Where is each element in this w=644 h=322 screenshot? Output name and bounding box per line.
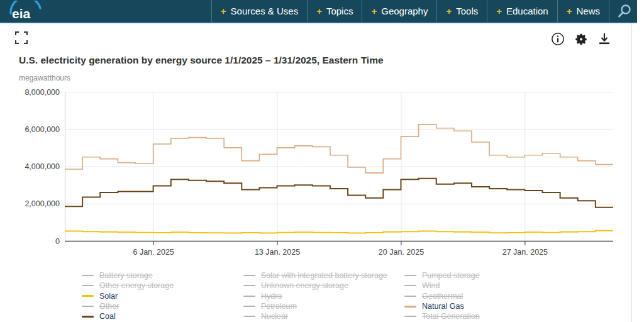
legend-item-hydro[interactable]: Hydro	[243, 291, 387, 301]
legend-item-petroleum[interactable]: Petroleum	[243, 301, 387, 311]
legend-swatch	[243, 285, 255, 286]
plus-icon: +	[316, 6, 322, 16]
legend-label: Battery storage	[99, 271, 153, 280]
nav-item-label: News	[576, 6, 600, 16]
series-solar[interactable]	[65, 231, 613, 233]
search-button[interactable]	[609, 0, 637, 22]
legend-item-total-generation[interactable]: Total Generation	[404, 311, 480, 321]
legend-item-coal[interactable]: Coal	[82, 311, 174, 321]
x-tick-label: 20 Jan. 2025	[379, 248, 424, 257]
info-icon	[551, 32, 565, 46]
legend-swatch	[243, 296, 255, 297]
legend-swatch	[404, 296, 416, 297]
legend-swatch	[404, 275, 416, 276]
legend-label: Coal	[99, 312, 116, 321]
nav-item-label: Topics	[326, 6, 353, 16]
legend-swatch	[82, 275, 94, 276]
legend-swatch	[243, 306, 255, 307]
legend-item-nuclear[interactable]: Nuclear	[243, 311, 387, 321]
x-tick-label: 27 Jan. 2025	[502, 248, 548, 257]
settings-button[interactable]	[574, 32, 588, 46]
nav-item-news[interactable]: +News	[557, 0, 609, 22]
legend-item-other-energy-storage[interactable]: Other energy storage	[82, 280, 174, 291]
plus-icon: +	[446, 6, 452, 16]
series-natural-gas[interactable]	[65, 125, 613, 173]
legend-label: Nuclear	[261, 312, 288, 321]
info-button[interactable]	[551, 32, 565, 46]
content-right-divider	[631, 23, 632, 322]
legend-swatch	[82, 306, 94, 307]
legend-label: Other energy storage	[99, 281, 174, 290]
legend-item-geothermal[interactable]: Geothermal	[404, 291, 480, 301]
legend-swatch	[82, 285, 94, 286]
fullscreen-button[interactable]	[15, 31, 28, 44]
y-tick-label: 8,000,000	[25, 88, 60, 97]
legend-swatch	[82, 316, 94, 318]
legend-column-1: Battery storageOther energy storageSolar…	[82, 270, 174, 321]
legend-swatch	[243, 275, 255, 276]
legend-label: Total Generation	[422, 312, 480, 321]
legend-label: Hydro	[261, 292, 282, 301]
legend-item-battery-storage[interactable]: Battery storage	[82, 270, 174, 280]
legend-label: Wind	[422, 281, 440, 290]
series-coal[interactable]	[65, 179, 613, 208]
legend-label: Other	[99, 302, 119, 311]
y-tick-label: 2,000,000	[25, 199, 60, 208]
legend-swatch	[404, 285, 416, 286]
legend-item-other[interactable]: Other	[82, 301, 174, 311]
nav-item-geography[interactable]: +Geography	[362, 0, 436, 22]
legend-swatch	[82, 295, 94, 297]
plus-icon: +	[567, 6, 572, 16]
y-tick-label: 0	[55, 237, 60, 246]
plus-icon: +	[371, 6, 377, 16]
legend-swatch	[243, 316, 255, 317]
legend-label: Petroleum	[261, 302, 297, 311]
nav-item-topics[interactable]: +Topics	[307, 0, 362, 22]
legend-label: Pumped storage	[422, 271, 480, 280]
gear-icon	[574, 32, 588, 47]
nav-item-label: Education	[506, 6, 548, 16]
download-button[interactable]	[597, 32, 611, 46]
nav-item-tools[interactable]: +Tools	[436, 0, 487, 22]
legend-item-natural-gas[interactable]: Natural Gas	[404, 301, 480, 311]
legend-swatch	[404, 306, 416, 308]
eia-logo-text: eia	[12, 6, 31, 21]
x-tick-label: 6 Jan. 2025	[133, 248, 174, 257]
y-tick-label: 6,000,000	[25, 125, 60, 134]
legend-column-2: Solar with integrated battery storageUnk…	[243, 270, 387, 321]
x-tick-label: 13 Jan. 2025	[255, 248, 300, 257]
nav-item-label: Geography	[381, 6, 428, 16]
legend-label: Geothermal	[422, 292, 463, 301]
legend-label: Solar	[99, 292, 118, 301]
fullscreen-icon	[15, 31, 28, 44]
nav-item-education[interactable]: +Education	[487, 0, 557, 22]
legend-item-solar-with-integrated-battery-storage[interactable]: Solar with integrated battery storage	[243, 270, 387, 280]
plus-icon: +	[496, 6, 502, 16]
download-icon	[597, 32, 611, 46]
legend-swatch	[404, 316, 416, 317]
eia-logo[interactable]: eia	[9, 0, 44, 22]
plus-icon: +	[221, 6, 226, 16]
nav-item-label: Tools	[456, 6, 478, 16]
legend-label: Unknown energy storage	[261, 281, 348, 290]
chart-title: U.S. electricity generation by energy so…	[19, 55, 384, 66]
y-tick-label: 4,000,000	[25, 162, 60, 171]
legend-item-solar[interactable]: Solar	[82, 291, 174, 301]
legend-item-unknown-energy-storage[interactable]: Unknown energy storage	[243, 280, 387, 291]
search-icon	[617, 3, 633, 19]
legend-column-3: Pumped storageWindGeothermalNatural GasT…	[404, 270, 480, 321]
nav-menu: +Sources & Uses+Topics+Geography+Tools+E…	[211, 0, 637, 22]
nav-item-sources-uses[interactable]: +Sources & Uses	[211, 0, 307, 22]
chart-toolbar	[551, 32, 611, 46]
y-axis-unit-label: megawatthours	[19, 74, 70, 82]
legend-item-wind[interactable]: Wind	[404, 280, 480, 291]
nav-item-label: Sources & Uses	[231, 6, 299, 16]
legend-item-pumped-storage[interactable]: Pumped storage	[404, 270, 480, 280]
legend-label: Natural Gas	[422, 302, 464, 311]
top-navbar: eia +Sources & Uses+Topics+Geography+Too…	[0, 0, 637, 23]
legend-label: Solar with integrated battery storage	[261, 271, 387, 280]
eia-logo-graphic: eia	[9, 1, 44, 22]
